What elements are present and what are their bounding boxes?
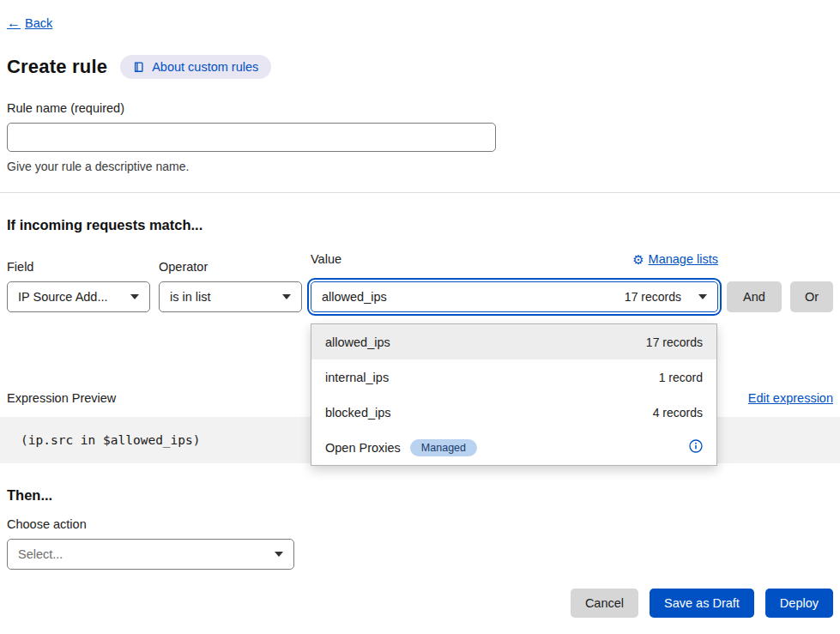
choose-action-label: Choose action — [7, 517, 833, 531]
create-rule-page: ← Back Create rule About custom rules Ru… — [0, 0, 840, 634]
match-section-title: If incoming requests match... — [7, 217, 833, 233]
save-draft-button[interactable]: Save as Draft — [650, 589, 754, 618]
rule-name-label: Rule name (required) — [7, 101, 833, 115]
value-select-meta: 17 records — [625, 290, 681, 304]
rule-name-help: Give your rule a descriptive name. — [7, 160, 833, 173]
chevron-down-icon — [130, 294, 139, 299]
gear-icon: ⚙ — [632, 253, 644, 266]
manage-lists-link[interactable]: ⚙ Manage lists — [632, 252, 718, 266]
value-label-row: Value ⚙ Manage lists — [311, 252, 718, 266]
list-option-open-proxies[interactable]: Open Proxies Managed — [311, 430, 716, 465]
rule-name-input[interactable] — [7, 123, 496, 152]
section-divider — [0, 192, 840, 193]
expression-preview-label: Expression Preview — [7, 391, 116, 405]
back-arrow-icon: ← — [7, 15, 21, 31]
list-dropdown-menu: allowed_ips 17 records internal_ips 1 re… — [311, 323, 717, 466]
and-button[interactable]: And — [727, 281, 782, 312]
cancel-button[interactable]: Cancel — [571, 589, 638, 618]
list-option-name: allowed_ips — [325, 335, 390, 349]
back-link[interactable]: ← Back — [7, 15, 52, 31]
list-option-meta: 1 record — [659, 371, 703, 384]
value-column: Value ⚙ Manage lists allowed_ips 17 reco… — [311, 252, 718, 312]
about-custom-rules-label: About custom rules — [152, 60, 258, 74]
info-icon[interactable] — [689, 439, 703, 456]
page-title: Create rule — [7, 56, 107, 78]
or-button[interactable]: Or — [790, 281, 833, 312]
expression-code: (ip.src in $allowed_ips) — [21, 433, 201, 447]
action-select[interactable]: Select... — [7, 539, 294, 570]
footer-actions: Cancel Save as Draft Deploy — [7, 589, 833, 618]
then-section-title: Then... — [7, 487, 833, 504]
operator-column: Operator is in list — [159, 260, 302, 312]
chevron-down-icon — [282, 294, 291, 299]
managed-badge: Managed — [410, 439, 477, 456]
edit-expression-link[interactable]: Edit expression — [748, 391, 833, 405]
operator-label: Operator — [159, 260, 302, 274]
manage-lists-label: Manage lists — [649, 252, 718, 266]
operator-select-value: is in list — [170, 290, 211, 304]
list-option-name: internal_ips — [325, 371, 389, 384]
chevron-down-icon — [275, 552, 283, 557]
action-select-value: Select... — [18, 547, 63, 561]
field-column: Field IP Source Add... — [7, 260, 150, 312]
deploy-button[interactable]: Deploy — [765, 589, 833, 618]
value-select-value: allowed_ips — [322, 290, 387, 304]
condition-row: Field IP Source Add... Operator is in li… — [7, 252, 833, 312]
back-label: Back — [25, 16, 52, 30]
book-icon — [133, 61, 145, 73]
chevron-down-icon — [698, 294, 707, 299]
list-option-name: Open Proxies — [325, 441, 401, 455]
list-option-meta: 4 records — [653, 406, 703, 420]
page-header: Create rule About custom rules — [7, 55, 833, 79]
value-select[interactable]: allowed_ips 17 records — [311, 281, 718, 312]
value-label: Value — [311, 252, 341, 266]
field-select[interactable]: IP Source Add... — [7, 281, 150, 312]
list-option-left: Open Proxies Managed — [325, 439, 477, 456]
list-option-allowed-ips[interactable]: allowed_ips 17 records — [311, 324, 716, 359]
value-select-right: 17 records — [625, 290, 707, 304]
list-option-meta: 17 records — [646, 335, 703, 349]
field-label: Field — [7, 260, 150, 274]
list-option-name: blocked_ips — [325, 406, 391, 420]
list-option-blocked-ips[interactable]: blocked_ips 4 records — [311, 395, 716, 430]
operator-select[interactable]: is in list — [159, 281, 302, 312]
field-select-value: IP Source Add... — [18, 290, 108, 304]
about-custom-rules-link[interactable]: About custom rules — [120, 55, 271, 79]
list-option-internal-ips[interactable]: internal_ips 1 record — [311, 359, 716, 395]
